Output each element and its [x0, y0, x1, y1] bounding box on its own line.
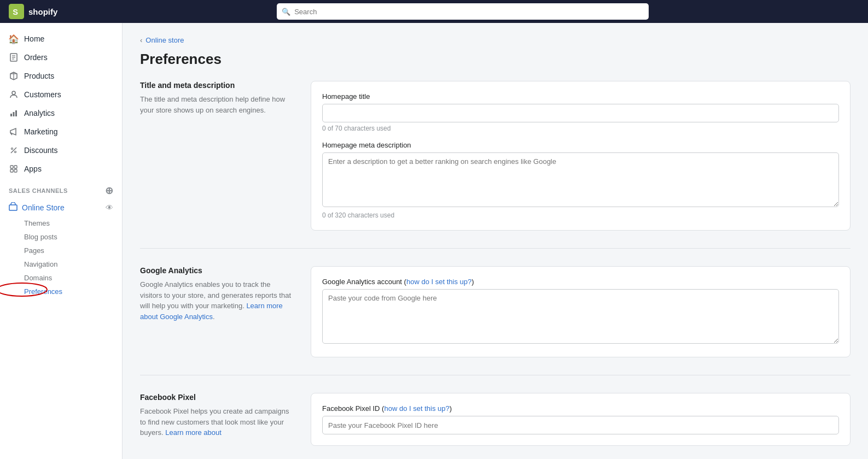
- analytics-section-left: Google Analytics Google Analytics enable…: [140, 266, 293, 357]
- svg-point-13: [15, 151, 16, 153]
- facebook-section: Facebook Pixel Facebook Pixel helps you …: [140, 393, 850, 459]
- sidebar-item-products[interactable]: Products: [0, 67, 122, 85]
- svg-line-14: [11, 148, 16, 153]
- sidebar-item-orders[interactable]: Orders: [0, 48, 122, 67]
- sidebar-sub-blog-posts[interactable]: Blog posts: [0, 230, 122, 244]
- meta-section-title: Title and meta description: [140, 81, 293, 90]
- analytics-section-title: Google Analytics: [140, 266, 293, 275]
- sidebar-sub-themes[interactable]: Themes: [0, 216, 122, 230]
- add-sales-channel-icon[interactable]: ⊕: [105, 185, 114, 197]
- home-icon: 🏠: [9, 34, 19, 44]
- svg-rect-11: [15, 110, 17, 116]
- sidebar-sub-pages[interactable]: Pages: [0, 244, 122, 257]
- facebook-section-left: Facebook Pixel Facebook Pixel helps you …: [140, 393, 293, 446]
- orders-icon: [9, 52, 19, 62]
- homepage-title-label: Homepage title: [322, 92, 839, 101]
- analytics-section: Google Analytics Google Analytics enable…: [140, 266, 850, 375]
- facebook-section-description: Facebook Pixel helps you create ad campa…: [140, 406, 293, 438]
- svg-rect-16: [14, 166, 17, 168]
- search-bar: 🔍: [277, 3, 649, 20]
- svg-rect-17: [10, 169, 13, 172]
- sidebar-sub-navigation[interactable]: Navigation: [0, 257, 122, 271]
- shopify-logo: S shopify: [9, 4, 57, 19]
- homepage-title-char-count: 0 of 70 characters used: [322, 125, 839, 132]
- main-content: ‹ Online store Preferences Title and met…: [123, 23, 868, 459]
- homepage-meta-label: Homepage meta description: [322, 141, 839, 149]
- online-store-icon: [9, 202, 18, 213]
- homepage-meta-textarea[interactable]: [322, 152, 839, 207]
- page-title: Preferences: [140, 51, 850, 68]
- meta-section-right: Homepage title 0 of 70 characters used H…: [311, 81, 850, 231]
- facebook-setup-link[interactable]: how do I set this up?: [384, 404, 449, 413]
- svg-rect-15: [10, 166, 13, 168]
- eye-icon[interactable]: 👁: [106, 203, 113, 212]
- analytics-section-description: Google Analytics enables you to track th…: [140, 279, 293, 322]
- svg-rect-18: [14, 169, 17, 172]
- breadcrumb-link[interactable]: Online store: [145, 36, 184, 44]
- svg-point-8: [12, 91, 15, 95]
- products-icon: [9, 71, 19, 81]
- breadcrumb-chevron: ‹: [140, 36, 142, 44]
- analytics-setup-link[interactable]: how do I set this up?: [406, 278, 471, 286]
- facebook-learn-more-link[interactable]: Learn more about: [165, 428, 222, 437]
- svg-text:S: S: [13, 8, 18, 16]
- svg-point-12: [11, 148, 13, 150]
- sales-channels-label: Sales Channels ⊕: [0, 178, 122, 199]
- sidebar-item-analytics[interactable]: Analytics: [0, 104, 122, 122]
- analytics-account-textarea[interactable]: [322, 289, 839, 344]
- facebook-section-title: Facebook Pixel: [140, 393, 293, 402]
- homepage-title-group: Homepage title 0 of 70 characters used: [322, 92, 839, 132]
- sidebar-item-home[interactable]: 🏠 Home: [0, 30, 122, 48]
- marketing-icon: [9, 127, 19, 137]
- discounts-icon: [9, 145, 19, 155]
- facebook-pixel-label: Facebook Pixel ID (how do I set this up?…: [322, 404, 839, 413]
- svg-rect-19: [9, 205, 17, 210]
- analytics-account-label: Google Analytics account (how do I set t…: [322, 278, 839, 286]
- meta-section-left: Title and meta description The title and…: [140, 81, 293, 231]
- analytics-section-right: Google Analytics account (how do I set t…: [311, 266, 850, 357]
- sidebar-item-apps[interactable]: Apps: [0, 160, 122, 178]
- analytics-account-group: Google Analytics account (how do I set t…: [322, 278, 839, 346]
- svg-rect-9: [10, 114, 12, 116]
- sidebar-sub-domains[interactable]: Domains: [0, 271, 122, 285]
- meta-section-description: The title and meta description help defi…: [140, 94, 293, 115]
- logo-text: shopify: [28, 7, 57, 16]
- svg-rect-10: [13, 112, 15, 116]
- sidebar-sub-preferences[interactable]: Preferences: [0, 285, 122, 298]
- main-content-wrapper: ‹ Online store Preferences Title and met…: [123, 23, 868, 459]
- facebook-pixel-group: Facebook Pixel ID (how do I set this up?…: [322, 404, 839, 434]
- breadcrumb: ‹ Online store: [140, 36, 850, 44]
- sidebar-item-customers[interactable]: Customers: [0, 85, 122, 104]
- sidebar-item-marketing[interactable]: Marketing: [0, 122, 122, 141]
- homepage-meta-char-count: 0 of 320 characters used: [322, 211, 839, 219]
- analytics-icon: [9, 108, 19, 118]
- customers-icon: [9, 90, 19, 99]
- homepage-title-input[interactable]: [322, 104, 839, 122]
- homepage-meta-group: Homepage meta description 0 of 320 chara…: [322, 141, 839, 219]
- search-input[interactable]: [277, 3, 649, 20]
- facebook-pixel-input[interactable]: [322, 416, 839, 434]
- meta-section: Title and meta description The title and…: [140, 81, 850, 249]
- top-navigation: S shopify 🔍: [0, 0, 868, 23]
- sidebar: 🏠 Home Orders Products Customers Anal: [0, 23, 123, 459]
- search-icon: 🔍: [282, 8, 290, 16]
- shopify-logo-icon: S: [9, 4, 24, 19]
- sidebar-item-discounts[interactable]: Discounts: [0, 141, 122, 160]
- facebook-section-right: Facebook Pixel ID (how do I set this up?…: [311, 393, 850, 446]
- sidebar-item-online-store[interactable]: Online Store 👁: [0, 199, 122, 216]
- apps-icon: [9, 164, 19, 174]
